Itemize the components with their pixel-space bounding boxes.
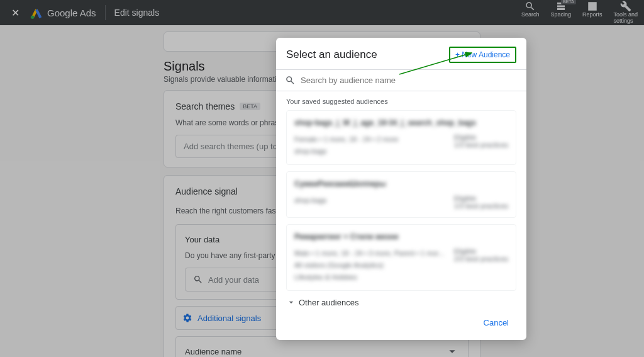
- search-icon: [285, 75, 296, 86]
- audience-item[interactable]: Ремаркетинг + Стили жизни Male • 1 more,…: [286, 224, 516, 291]
- other-audiences-toggle[interactable]: Other audiences: [286, 297, 516, 307]
- modal-header: Select an audience + New Audience: [276, 38, 526, 69]
- modal-footer: Cancel: [276, 308, 526, 340]
- select-audience-modal: Select an audience + New Audience Your s…: [276, 38, 526, 340]
- modal-body: Your saved suggested audiences shop-bags…: [276, 91, 526, 308]
- audience-search-input[interactable]: [301, 76, 518, 85]
- modal-search[interactable]: [276, 69, 526, 91]
- audience-item[interactable]: shop-bags_|_W_|_age_18-34_|_search_shop_…: [286, 110, 516, 165]
- chevron-down-icon: [286, 297, 296, 307]
- audience-item[interactable]: СумкиРюкзакиШопперы shop-bags Eligible 1…: [286, 171, 516, 218]
- modal-title: Select an audience: [286, 48, 377, 61]
- new-audience-button[interactable]: + New Audience: [449, 47, 516, 63]
- cancel-button[interactable]: Cancel: [477, 314, 515, 331]
